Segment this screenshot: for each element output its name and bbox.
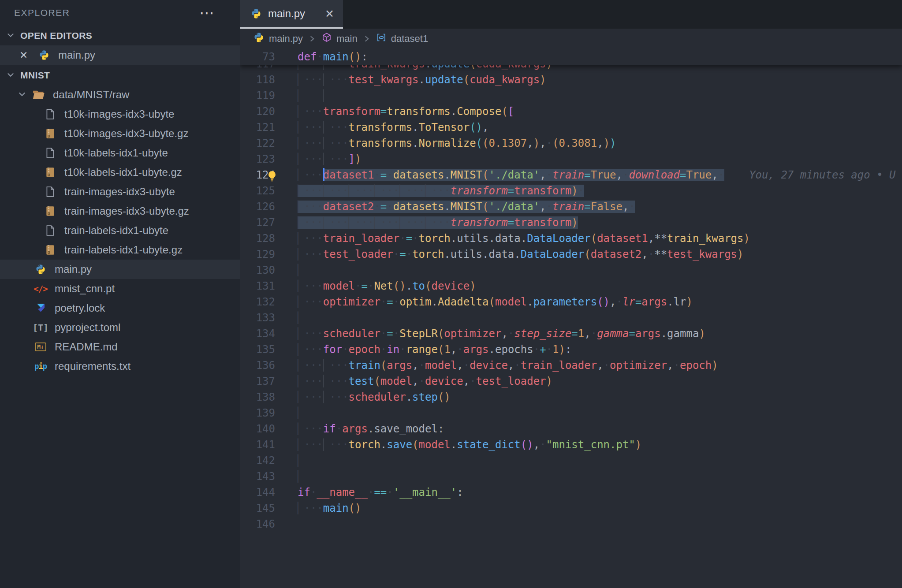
code-line-139[interactable]: 139▏ xyxy=(240,405,902,421)
code-line-124[interactable]: 124▏···dataset1·=·datasets.MNIST('./data… xyxy=(240,167,902,183)
line-number-134[interactable]: 134 xyxy=(240,326,275,342)
line-number-130[interactable]: 130 xyxy=(240,262,275,278)
code-line-128[interactable]: 128▏···train_loader·=·torch.utils.data.D… xyxy=(240,231,902,246)
line-number-140[interactable]: 140 xyxy=(240,421,275,437)
tree-item-train-labels-idx1-ubyte.gz[interactable]: train-labels-idx1-ubyte.gz xyxy=(0,240,240,260)
line-number-120[interactable]: 120 xyxy=(240,104,275,119)
tree-item-t10k-labels-idx1-ubyte[interactable]: t10k-labels-idx1-ubyte xyxy=(0,143,240,163)
tree-item-label: t10k-images-idx3-ubyte xyxy=(64,108,174,120)
tree-item-main.py[interactable]: main.py xyxy=(0,260,240,279)
line-number-118[interactable]: 118 xyxy=(240,72,275,88)
tree-item-README.md[interactable]: M↓README.md xyxy=(0,337,240,357)
tree-item-t10k-images-idx3-ubyte.gz[interactable]: t10k-images-idx3-ubyte.gz xyxy=(0,124,240,143)
code-line-131[interactable]: 131▏···model·=·Net().to(device) xyxy=(240,278,902,294)
tab-main-py[interactable]: main.py ✕ xyxy=(240,0,343,29)
code-line-text: ▏···train_loader·=·torch.utils.data.Data… xyxy=(298,231,750,246)
line-number-127[interactable]: 127 xyxy=(240,215,275,231)
line-number-126[interactable]: 126 xyxy=(240,199,275,215)
code-line-133[interactable]: 133▏ xyxy=(240,310,902,326)
code-line-119[interactable]: 119▏ ▏ xyxy=(240,88,902,104)
explorer-title: EXPLORER xyxy=(14,7,70,18)
tree-item-poetry.lock[interactable]: poetry.lock xyxy=(0,298,240,318)
code-line-140[interactable]: 140▏···if·args.save_model: xyxy=(240,421,902,437)
breadcrumb-item-main[interactable]: main xyxy=(321,32,358,45)
code-line-125[interactable]: 125▏···▏···▏···▏···▏···▏···transform=tra… xyxy=(240,183,902,199)
close-icon[interactable]: ✕ xyxy=(19,49,31,61)
line-number-143[interactable]: 143 xyxy=(240,469,275,484)
line-number-123[interactable]: 123 xyxy=(240,151,275,167)
line-number-121[interactable]: 121 xyxy=(240,119,275,135)
code-line-142[interactable]: 142▏ xyxy=(240,453,902,469)
close-icon[interactable]: ✕ xyxy=(325,7,334,20)
tree-item-mnist_cnn.pt[interactable]: </>mnist_cnn.pt xyxy=(0,279,240,298)
line-number-145[interactable]: 145 xyxy=(240,500,275,516)
code-line-130[interactable]: 130▏ xyxy=(240,262,902,278)
code-line-127[interactable]: 127▏···▏···▏···▏···▏···▏···transform=tra… xyxy=(240,215,902,231)
code-line-126[interactable]: 126▏···dataset2·=·datasets.MNIST('./data… xyxy=(240,199,902,215)
tab-bar: main.py ✕ xyxy=(240,0,902,29)
line-number-128[interactable]: 128 xyxy=(240,231,275,246)
open-editors-list: ✕main.py xyxy=(0,45,240,65)
code-icon: </> xyxy=(34,284,48,294)
line-number-139[interactable]: 139 xyxy=(240,405,275,421)
line-number-146[interactable]: 146 xyxy=(240,516,275,532)
folder-icon xyxy=(32,89,46,100)
line-number-122[interactable]: 122 xyxy=(240,135,275,151)
code-line-120[interactable]: 120▏···transform=transforms.Compose([ xyxy=(240,104,902,119)
code-line-text: ▏ xyxy=(298,453,304,469)
tree-item-train-labels-idx1-ubyte[interactable]: train-labels-idx1-ubyte xyxy=(0,221,240,240)
code-line-73[interactable]: 73def·main(): xyxy=(240,49,902,65)
section-open-editors[interactable]: OPEN EDITORS xyxy=(0,26,240,45)
code-line-text: ▏···▏···]) xyxy=(298,151,362,167)
code-line-134[interactable]: 134▏···scheduler·=·StepLR(optimizer,·ste… xyxy=(240,326,902,342)
lightbulb-icon[interactable] xyxy=(265,170,279,186)
tree-item-train-images-idx3-ubyte.gz[interactable]: train-images-idx3-ubyte.gz xyxy=(0,201,240,221)
line-number-131[interactable]: 131 xyxy=(240,278,275,294)
line-number-133[interactable]: 133 xyxy=(240,310,275,326)
breadcrumb-item-main-py[interactable]: main.py xyxy=(253,32,303,46)
code-line-145[interactable]: 145▏···main() xyxy=(240,500,902,516)
tree-item-train-images-idx3-ubyte[interactable]: train-images-idx3-ubyte xyxy=(0,182,240,201)
line-number-144[interactable]: 144 xyxy=(240,484,275,500)
line-number-138[interactable]: 138 xyxy=(240,389,275,405)
code-editor[interactable]: 117▏···▏···train_kwargs.update(cuda_kwar… xyxy=(240,49,902,588)
line-number-132[interactable]: 132 xyxy=(240,294,275,310)
sidebar-header: EXPLORER ⋯ xyxy=(0,0,240,26)
code-line-138[interactable]: 138▏···▏···scheduler.step() xyxy=(240,389,902,405)
code-line-143[interactable]: 143▏ xyxy=(240,469,902,484)
code-line-136[interactable]: 136▏···▏···train(args,·model,·device,·tr… xyxy=(240,357,902,373)
line-number-136[interactable]: 136 xyxy=(240,357,275,373)
code-line-123[interactable]: 123▏···▏···]) xyxy=(240,151,902,167)
code-line-141[interactable]: 141▏···▏···torch.save(model.state_dict()… xyxy=(240,437,902,453)
code-line-135[interactable]: 135▏···for·epoch·in·range(1,·args.epochs… xyxy=(240,342,902,357)
tree-item-pyproject.toml[interactable]: [T]pyproject.toml xyxy=(0,318,240,337)
code-line-144[interactable]: 144if·__name__·==·'__main__': xyxy=(240,484,902,500)
tree-item-data/MNIST/raw[interactable]: data/MNIST/raw xyxy=(0,85,240,104)
line-number-141[interactable]: 141 xyxy=(240,437,275,453)
line-number-129[interactable]: 129 xyxy=(240,246,275,262)
code-line-118[interactable]: 118▏···▏···test_kwargs.update(cuda_kwarg… xyxy=(240,72,902,88)
vscode-window: EXPLORER ⋯ OPEN EDITORS ✕main.py MNIST d… xyxy=(0,0,902,588)
tree-item-t10k-images-idx3-ubyte[interactable]: t10k-images-idx3-ubyte xyxy=(0,104,240,124)
line-number-135[interactable]: 135 xyxy=(240,342,275,357)
line-number-142[interactable]: 142 xyxy=(240,453,275,469)
tree-item-t10k-labels-idx1-ubyte.gz[interactable]: t10k-labels-idx1-ubyte.gz xyxy=(0,163,240,182)
line-number-137[interactable]: 137 xyxy=(240,373,275,389)
variable-symbol-icon xyxy=(376,32,387,45)
line-number-73[interactable]: 73 xyxy=(240,49,275,65)
code-line-137[interactable]: 137▏···▏···test(model,·device,·test_load… xyxy=(240,373,902,389)
tree-item-requirements.txt[interactable]: piprequirements.txt xyxy=(0,357,240,376)
open-editor-main.py[interactable]: ✕main.py xyxy=(0,45,240,65)
code-line-text: ▏···for·epoch·in·range(1,·args.epochs·+·… xyxy=(298,342,571,357)
breadcrumb-item-dataset1[interactable]: dataset1 xyxy=(376,32,428,45)
more-actions-icon[interactable]: ⋯ xyxy=(199,8,215,17)
line-number-119[interactable]: 119 xyxy=(240,88,275,104)
code-line-text: ▏ ▏ xyxy=(298,88,329,104)
code-line-121[interactable]: 121▏···▏···transforms.ToTensor(), xyxy=(240,119,902,135)
sticky-scroll-line[interactable]: 73def·main(): xyxy=(240,49,902,65)
code-line-132[interactable]: 132▏···optimizer·=·optim.Adadelta(model.… xyxy=(240,294,902,310)
code-line-122[interactable]: 122▏···▏···transforms.Normalize((0.1307,… xyxy=(240,135,902,151)
section-mnist[interactable]: MNIST xyxy=(0,65,240,85)
code-line-129[interactable]: 129▏···test_loader·=·torch.utils.data.Da… xyxy=(240,246,902,262)
code-line-146[interactable]: 146 xyxy=(240,516,902,532)
